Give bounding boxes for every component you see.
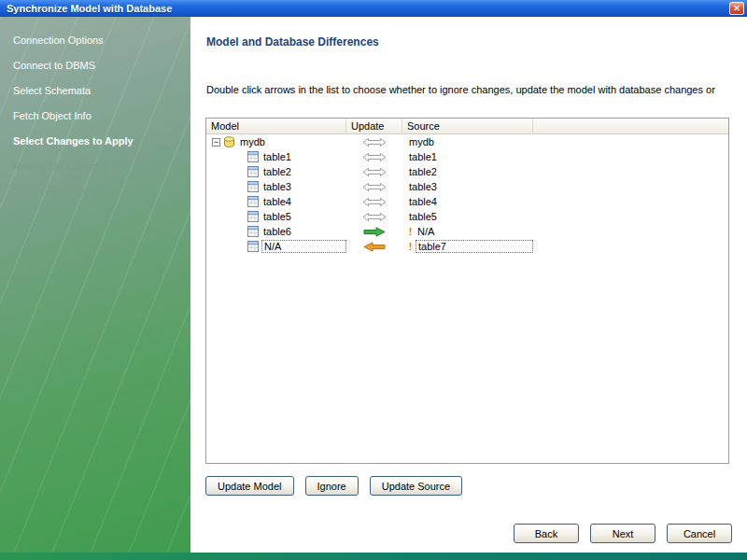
alert-icon: ! — [407, 241, 414, 252]
table-icon — [247, 181, 259, 192]
model-object-name: table6 — [261, 226, 293, 237]
sidebar-item-select-changes-to-apply: Select Changes to Apply — [0, 129, 190, 154]
wizard-nav-buttons: Back Next Cancel — [514, 524, 732, 543]
source-cell: table1 — [402, 151, 533, 162]
sidebar-item-synchronize-progress: Synchronize Progress — [0, 179, 190, 204]
source-object-name: table1 — [407, 151, 439, 162]
unchanged-arrow-icon[interactable] — [346, 182, 402, 192]
model-object-name: table1 — [261, 151, 293, 162]
tree-expander-icon[interactable]: − — [212, 138, 220, 147]
model-cell: −mydb — [206, 136, 346, 147]
table-row[interactable]: table6!N/A — [206, 224, 728, 239]
model-cell: table5 — [206, 211, 346, 222]
update-source-button[interactable]: Update Source — [370, 476, 462, 496]
table-icon — [247, 226, 259, 237]
bottom-accent-strip — [0, 553, 747, 560]
sidebar-item-review-db-changes: Review DB Changes — [0, 154, 190, 179]
update-model-button[interactable]: Update Model — [205, 476, 294, 496]
alert-icon: ! — [407, 226, 414, 237]
database-icon — [223, 136, 235, 147]
wizard-steps-sidebar: Connection OptionsConnect to DBMSSelect … — [0, 17, 190, 553]
source-object-name: mydb — [407, 136, 436, 147]
cancel-button[interactable]: Cancel — [667, 524, 732, 543]
table-row[interactable]: N/A!table7 — [206, 239, 728, 254]
table-icon — [247, 166, 259, 177]
source-object-name: table7 — [416, 240, 533, 253]
unchanged-arrow-icon[interactable] — [346, 197, 402, 207]
column-header-source[interactable]: Source — [402, 119, 533, 133]
source-object-name: table4 — [407, 196, 439, 207]
tree-rows: −mydbmydbtable1table1table2table2table3t… — [206, 134, 728, 463]
table-icon — [247, 241, 259, 252]
close-icon: ✕ — [733, 4, 740, 13]
unchanged-arrow-icon[interactable] — [346, 137, 402, 147]
source-object-name: table2 — [407, 166, 439, 177]
source-object-name: table3 — [407, 181, 439, 192]
table-icon — [247, 211, 259, 222]
model-object-name: table5 — [261, 211, 293, 222]
update-model-arrow-icon[interactable] — [346, 242, 402, 252]
page-title: Model and Database Differences — [206, 35, 379, 49]
model-object-name: table4 — [261, 196, 293, 207]
model-cell: table1 — [206, 151, 346, 162]
model-object-name: table2 — [261, 166, 293, 177]
column-header-filler — [533, 119, 728, 133]
model-object-name: N/A — [261, 240, 346, 253]
table-row[interactable]: table4table4 — [206, 194, 728, 209]
unchanged-arrow-icon[interactable] — [346, 152, 402, 162]
model-cell: table2 — [206, 166, 346, 177]
table-icon — [247, 151, 259, 162]
model-object-name: mydb — [238, 136, 267, 147]
model-cell: table6 — [206, 226, 346, 237]
source-cell: mydb — [402, 136, 533, 147]
sidebar-item-select-schemata: Select Schemata — [0, 78, 190, 104]
change-action-buttons: Update Model Ignore Update Source — [205, 476, 462, 496]
sidebar-item-connection-options: Connection Options — [0, 28, 190, 53]
source-cell: table4 — [402, 196, 533, 207]
close-button[interactable]: ✕ — [729, 2, 744, 15]
tree-header: Model Update Source — [206, 119, 728, 134]
next-button[interactable]: Next — [590, 524, 655, 543]
table-row[interactable]: table2table2 — [206, 164, 728, 179]
instructions-text: Double click arrows in the list to choos… — [206, 84, 746, 95]
table-row[interactable]: table1table1 — [206, 149, 728, 164]
column-header-update[interactable]: Update — [346, 119, 402, 133]
source-cell: !N/A — [402, 226, 533, 237]
unchanged-arrow-icon[interactable] — [346, 212, 402, 222]
sidebar-item-connect-to-dbms: Connect to DBMS — [0, 53, 190, 78]
source-cell: !table7 — [402, 240, 533, 253]
source-cell: table3 — [402, 181, 533, 192]
table-row[interactable]: −mydbmydb — [206, 134, 728, 149]
main-content: Model and Database Differences Double cl… — [190, 17, 747, 553]
source-cell: table2 — [402, 166, 533, 177]
table-row[interactable]: table3table3 — [206, 179, 728, 194]
titlebar: Synchronize Model with Database ✕ — [0, 0, 747, 17]
ignore-button[interactable]: Ignore — [305, 476, 359, 496]
column-header-model[interactable]: Model — [206, 119, 346, 133]
source-object-name: table5 — [407, 211, 439, 222]
model-cell: table3 — [206, 181, 346, 192]
window-title: Synchronize Model with Database — [7, 3, 729, 14]
sidebar-item-fetch-object-info: Fetch Object Info — [0, 104, 190, 129]
table-icon — [247, 196, 259, 207]
back-button[interactable]: Back — [514, 524, 579, 543]
model-cell: N/A — [206, 240, 346, 253]
wizard-window: Synchronize Model with Database ✕ Connec… — [0, 0, 747, 560]
differences-tree: Model Update Source −mydbmydbtable1table… — [205, 118, 729, 464]
table-row[interactable]: table5table5 — [206, 209, 728, 224]
source-object-name: N/A — [416, 226, 436, 237]
unchanged-arrow-icon[interactable] — [346, 167, 402, 177]
update-source-arrow-icon[interactable] — [346, 227, 402, 237]
model-cell: table4 — [206, 196, 346, 207]
model-object-name: table3 — [261, 181, 293, 192]
source-cell: table5 — [402, 211, 533, 222]
